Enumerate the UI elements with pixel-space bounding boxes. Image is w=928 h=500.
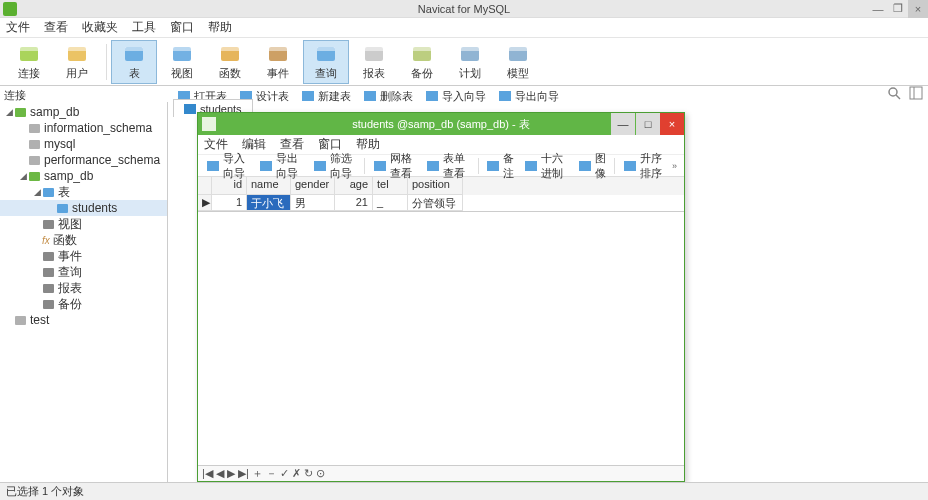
svg-rect-50: [487, 161, 499, 171]
sort-asc-button[interactable]: 升序排序: [619, 151, 670, 181]
svg-rect-45: [207, 161, 219, 171]
table-icon: [202, 117, 216, 131]
cell[interactable]: 1: [212, 195, 247, 211]
tree-item[interactable]: 视图: [0, 216, 167, 232]
ribbon-label: 表: [129, 66, 140, 81]
image-icon: [578, 159, 592, 173]
tree-twisty[interactable]: ◢: [32, 187, 42, 197]
tree-item[interactable]: 报表: [0, 280, 167, 296]
separator: [614, 158, 615, 174]
column-header[interactable]: age: [335, 177, 373, 195]
tree-twisty[interactable]: ◢: [18, 171, 28, 181]
column-header[interactable]: [198, 177, 212, 195]
tree-item[interactable]: 备份: [0, 296, 167, 312]
tree-twisty[interactable]: ◢: [4, 107, 14, 117]
table-button[interactable]: 表: [111, 40, 157, 84]
plug-button[interactable]: 连接: [6, 40, 52, 84]
minimize-button[interactable]: —: [868, 0, 888, 18]
svg-rect-48: [374, 161, 386, 171]
menu-item[interactable]: 帮助: [208, 19, 232, 36]
tree-item[interactable]: information_schema: [0, 120, 167, 136]
hex-button[interactable]: 十六进制: [520, 151, 571, 181]
export-button[interactable]: 导出向导: [255, 151, 306, 181]
status-bar: 已选择 1 个对象: [0, 482, 928, 500]
data-grid[interactable]: idnamegenderagetelposition ▶1于小飞男21_分管领导: [198, 177, 684, 212]
tree-label: students: [72, 201, 117, 215]
tree-item[interactable]: 事件: [0, 248, 167, 264]
view-button[interactable]: 视图: [159, 40, 205, 84]
filter-icon: [313, 159, 327, 173]
svg-rect-3: [68, 47, 86, 51]
connection-panel-label: 连接: [4, 88, 26, 103]
btn-label: 表单查看: [443, 151, 469, 181]
tree-label: test: [30, 313, 49, 327]
svg-rect-42: [43, 284, 54, 293]
overflow-icon[interactable]: »: [672, 161, 677, 171]
form-icon: [426, 159, 440, 173]
menu-item[interactable]: 查看: [44, 19, 68, 36]
tree-label: performance_schema: [44, 153, 160, 167]
inner-title-bar[interactable]: students @samp_db (samp_db) - 表 — □ ×: [198, 113, 684, 135]
grid-header[interactable]: idnamegenderagetelposition: [198, 177, 684, 195]
svg-point-28: [889, 88, 897, 96]
export-icon: [259, 159, 273, 173]
column-header[interactable]: tel: [373, 177, 408, 195]
svg-rect-44: [15, 316, 26, 325]
user-button[interactable]: 用户: [54, 40, 100, 84]
btn-label: 导入向导: [223, 151, 249, 181]
tree-item[interactable]: test: [0, 312, 167, 328]
form-button[interactable]: 表单查看: [422, 151, 473, 181]
table-row[interactable]: ▶1于小飞男21_分管领导: [198, 195, 684, 211]
connection-tree[interactable]: ◢samp_dbinformation_schemamysqlperforman…: [0, 102, 168, 482]
close-button[interactable]: ×: [908, 0, 928, 18]
tree-item[interactable]: ◢samp_db: [0, 104, 167, 120]
maximize-button[interactable]: ❐: [888, 0, 908, 18]
grid-nav-bar[interactable]: |◀ ◀ ▶ ▶| ＋ － ✓ ✗ ↻ ⊙: [198, 465, 684, 481]
column-header[interactable]: position: [408, 177, 463, 195]
svg-rect-43: [43, 300, 54, 309]
tree-item[interactable]: performance_schema: [0, 152, 167, 168]
event-button[interactable]: 事件: [255, 40, 301, 84]
event-icon: [267, 43, 289, 65]
menu-item[interactable]: 工具: [132, 19, 156, 36]
schedule-button[interactable]: 计划: [447, 40, 493, 84]
model-button[interactable]: 模型: [495, 40, 541, 84]
tree-item[interactable]: 查询: [0, 264, 167, 280]
grid-button[interactable]: 网格查看: [369, 151, 420, 181]
menu-item[interactable]: 收藏夹: [82, 19, 118, 36]
tree-item[interactable]: fx函数: [0, 232, 167, 248]
cell[interactable]: 分管领导: [408, 195, 463, 211]
grid-body[interactable]: ▶1于小飞男21_分管领导: [198, 195, 684, 211]
btn-label: 升序排序: [640, 151, 666, 181]
image-button[interactable]: 图像: [574, 151, 610, 181]
cell[interactable]: ▶: [198, 195, 212, 211]
svg-rect-40: [43, 252, 54, 261]
inner-close-button[interactable]: ×: [660, 113, 684, 135]
column-header[interactable]: gender: [291, 177, 335, 195]
filter-button[interactable]: 筛选向导: [309, 151, 360, 181]
tree-item[interactable]: mysql: [0, 136, 167, 152]
menu-item[interactable]: 文件: [6, 19, 30, 36]
column-header[interactable]: name: [247, 177, 291, 195]
menu-item[interactable]: 窗口: [170, 19, 194, 36]
ribbon-label: 查询: [315, 66, 337, 81]
cell[interactable]: 21: [335, 195, 373, 211]
tree-item[interactable]: ◢samp_db: [0, 168, 167, 184]
cell[interactable]: 于小飞: [247, 195, 291, 211]
query-button[interactable]: 查询: [303, 40, 349, 84]
inner-maximize-button[interactable]: □: [636, 113, 660, 135]
function-button[interactable]: 函数: [207, 40, 253, 84]
tree-item[interactable]: ◢表: [0, 184, 167, 200]
cell[interactable]: 男: [291, 195, 335, 211]
tree-item[interactable]: students: [0, 200, 167, 216]
import-button[interactable]: 导入向导: [202, 151, 253, 181]
memo-button[interactable]: 备注: [482, 151, 518, 181]
backup-button[interactable]: 备份: [399, 40, 445, 84]
table-icon: [184, 104, 196, 114]
inner-minimize-button[interactable]: —: [611, 113, 635, 135]
column-header[interactable]: id: [212, 177, 247, 195]
svg-rect-1: [20, 47, 38, 51]
report-button[interactable]: 报表: [351, 40, 397, 84]
cell[interactable]: _: [373, 195, 408, 211]
ribbon-label: 连接: [18, 66, 40, 81]
